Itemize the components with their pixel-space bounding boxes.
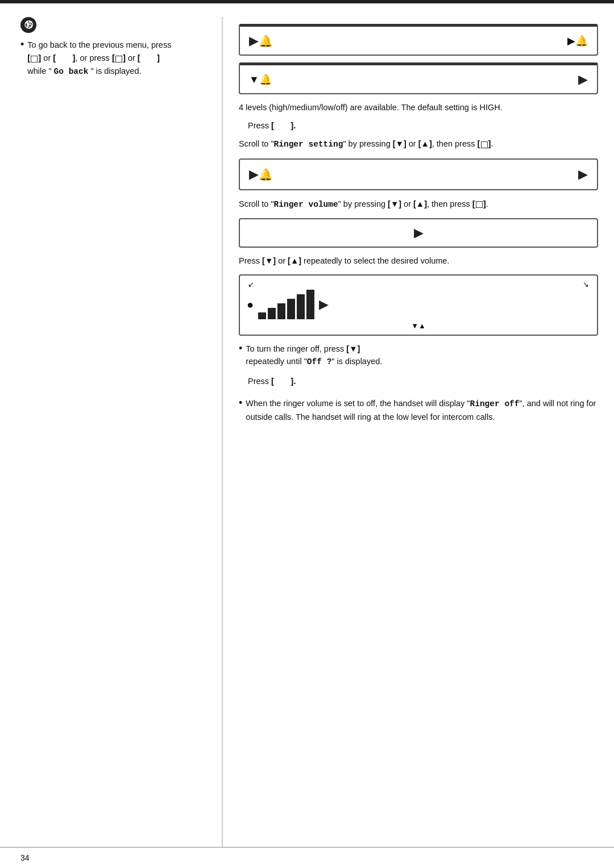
right-arrow-3: ▶ <box>578 167 588 182</box>
down-arrow-speaker: ▼🔔 <box>249 73 272 86</box>
volume-bar-display: ↙ ↘ ● ▶ ▼▲ <box>239 274 598 336</box>
vol-nav-arrows: ▼▲ <box>247 320 590 330</box>
section-number-icon: ⑯ <box>20 17 36 33</box>
vol-bar-2 <box>268 308 276 319</box>
step5-press: Press [ ]. <box>248 374 598 388</box>
page-footer: 34 <box>0 847 614 868</box>
corner-arrow-tr: ↘ <box>583 280 589 289</box>
turn-ringer-off-note: • To turn the ringer off, press [▼] repe… <box>239 343 598 369</box>
ringer-off-info: • When the ringer volume is set to off, … <box>239 397 598 423</box>
content-area: ⑯ • To go back to the previous menu, pre… <box>0 3 614 847</box>
page-number: 34 <box>20 853 30 862</box>
speaker-icon-1: 🔔 <box>259 34 273 48</box>
bullet-dot-2: • <box>239 343 242 369</box>
vol-bar-6 <box>306 290 314 319</box>
vol-bar-1 <box>258 312 266 319</box>
left-arrow-1: ▶ <box>249 34 259 48</box>
step1-press: Press [ ]. <box>248 119 598 132</box>
back-menu-text: To go back to the previous menu, press [… <box>27 39 171 78</box>
arrow-4: ▶ <box>414 226 424 240</box>
corner-arrow-tl: ↙ <box>248 280 254 289</box>
display-box-2: ▼🔔 ▶ <box>239 62 598 94</box>
turn-off-text: To turn the ringer off, press [▼] repeat… <box>246 343 382 369</box>
vol-bar-5 <box>297 294 305 319</box>
right-arrow-2: ▶ <box>578 72 588 87</box>
right-arrow-speaker-1: ▶🔔 <box>567 35 588 47</box>
levels-description: 4 levels (high/medium/low/off) are avail… <box>239 101 598 114</box>
left-column: ⑯ • To go back to the previous menu, pre… <box>0 17 222 847</box>
vol-bars <box>258 290 314 319</box>
display-box-3: ▶ 🔔 ▶ <box>239 158 598 190</box>
bullet-dot-3: • <box>239 397 242 423</box>
vol-right-arrow: ▶ <box>319 297 329 312</box>
vol-bar-4 <box>287 299 295 319</box>
back-menu-note: • To go back to the previous menu, press… <box>20 39 210 78</box>
volume-bar-row: ● ▶ <box>247 289 590 320</box>
ringer-off-text: When the ringer volume is set to off, th… <box>246 397 598 423</box>
right-column: ▶ 🔔 ▶🔔 ▼🔔 ▶ 4 levels (high/medium/low/of… <box>223 17 614 847</box>
page: ⑯ • To go back to the previous menu, pre… <box>0 0 614 868</box>
bullet-dot: • <box>20 39 24 78</box>
left-arrow-3: ▶ <box>249 167 259 182</box>
display-box-1: ▶ 🔔 ▶🔔 <box>239 24 598 56</box>
vol-bar-3 <box>277 303 285 319</box>
step4-select-volume: Press [▼] or [▲] repeatedly to select th… <box>239 254 598 268</box>
vol-down-arrow: ▼▲ <box>411 322 426 330</box>
step2-scroll: Scroll to "Ringer setting" by pressing [… <box>239 137 598 151</box>
speaker-icon-3: 🔔 <box>259 168 273 181</box>
corner-arrows-top: ↙ ↘ <box>247 280 590 289</box>
vol-dot: ● <box>247 299 254 310</box>
step3-scroll: Scroll to "Ringer volume" by pressing [▼… <box>239 197 598 211</box>
display-box-4: ▶ <box>239 218 598 248</box>
